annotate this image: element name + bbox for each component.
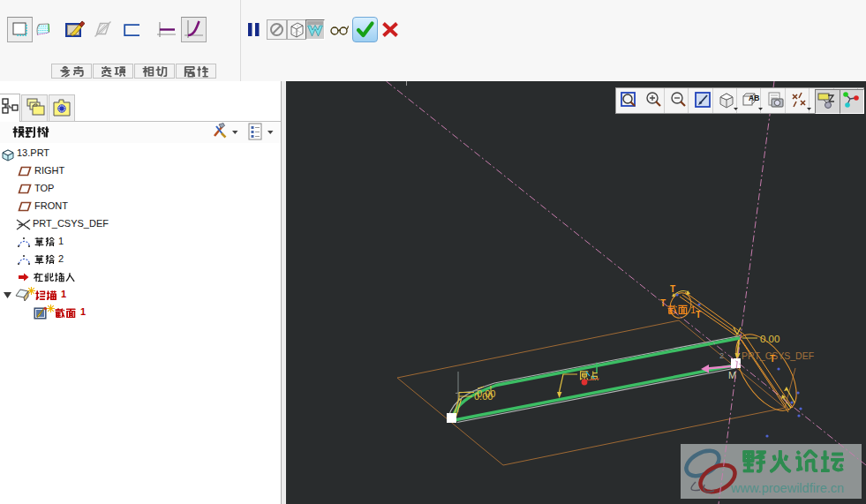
svg-text:AB: AB <box>749 94 759 102</box>
svg-text:T: T <box>770 354 775 364</box>
svg-text:www.proewildfire.cn: www.proewildfire.cn <box>730 481 844 495</box>
svg-text:0.00: 0.00 <box>474 391 493 402</box>
svg-text:T: T <box>696 310 701 320</box>
svg-text:2: 2 <box>719 351 724 360</box>
svg-text:0.00: 0.00 <box>760 334 779 344</box>
svg-text:T: T <box>670 284 675 294</box>
svg-text:1: 1 <box>690 305 696 315</box>
svg-text:PRT_CSYS_DEF: PRT_CSYS_DEF <box>742 350 814 361</box>
